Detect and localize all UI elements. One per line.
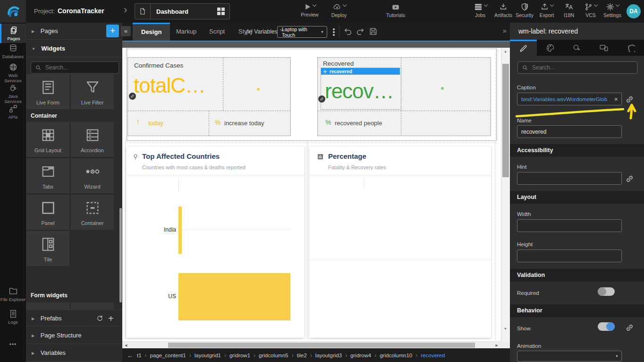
chevron-down-icon[interactable] <box>616 3 619 7</box>
tab-styles[interactable] <box>537 40 564 56</box>
today-label[interactable]: today <box>148 120 163 127</box>
layout-section-header[interactable]: Layout <box>510 191 644 204</box>
top-affected-countries-panel[interactable]: Top Affected Countries Countries with mo… <box>126 147 305 338</box>
prefabs-section-row[interactable]: ▶ Prefabs + <box>26 310 122 327</box>
widget-container[interactable]: Container <box>71 195 114 230</box>
breadcrumb-item[interactable]: gridrow4 <box>350 353 371 358</box>
widgets-section-row[interactable]: ▼ Widgets <box>26 40 122 57</box>
triangle-collapsed-icon[interactable]: ▶ <box>32 351 34 355</box>
user-avatar[interactable]: DA <box>627 4 641 18</box>
triangle-expanded-icon[interactable]: ▼ <box>32 47 35 51</box>
horizontal-scroll-thumb[interactable] <box>168 343 475 348</box>
name-input[interactable] <box>517 129 621 135</box>
triangle-collapsed-icon[interactable]: ▶ <box>32 317 34 321</box>
widget-tabs[interactable]: Tabs <box>26 158 69 193</box>
redo-icon[interactable] <box>356 27 365 36</box>
recovered-title[interactable]: Recovered <box>323 60 354 67</box>
animation-select[interactable]: ▼ <box>517 351 622 362</box>
hint-input[interactable] <box>517 175 621 182</box>
width-input[interactable] <box>517 223 621 229</box>
add-page-button[interactable]: + <box>106 25 119 37</box>
widget-tile-partial[interactable] <box>26 302 69 310</box>
bind-link-badge[interactable] <box>129 93 136 100</box>
triangle-collapsed-icon[interactable]: ▶ <box>32 334 34 338</box>
tab-markup[interactable]: Markup <box>168 23 205 41</box>
save-icon[interactable] <box>369 27 378 36</box>
widget-live-filter[interactable]: Live Filter <box>71 74 114 109</box>
recovered-value-label[interactable]: recov… <box>325 79 394 103</box>
vertical-scroll-thumb[interactable] <box>502 64 509 177</box>
scroll-right-arrow[interactable]: ▶ <box>496 343 498 348</box>
selected-widget-tag[interactable]: recovered <box>321 68 400 75</box>
hint-bind-link-icon[interactable] <box>625 174 634 183</box>
scroll-up-arrow[interactable]: ▲ <box>504 49 507 54</box>
confirmed-cases-card[interactable]: Confirmed Cases totalC… ↑ today % increa… <box>127 57 291 136</box>
bind-link-badge[interactable] <box>318 95 325 103</box>
design-canvas[interactable]: Confirmed Cases totalC… ↑ today % increa… <box>122 42 510 348</box>
breadcrumb-item-current[interactable]: recovered <box>421 353 445 358</box>
widget-tile-partial[interactable] <box>71 302 114 310</box>
rail-item-java-services[interactable]: Java Services <box>0 83 26 104</box>
deploy-button[interactable]: Deploy <box>327 2 351 18</box>
project-chevron-icon[interactable]: › <box>124 4 127 16</box>
artifacts-button[interactable]: Artifacts <box>491 2 516 18</box>
tab-script[interactable]: Script <box>201 23 233 41</box>
i18n-button[interactable]: I18N <box>559 2 579 18</box>
behavior-section-header[interactable]: Behavior <box>510 304 644 317</box>
tab-events[interactable] <box>564 40 591 56</box>
canvas-vertical-scrollbar[interactable]: ▲ ▼ <box>501 48 510 341</box>
show-bind-link-icon[interactable] <box>625 323 634 332</box>
security-button[interactable]: Security <box>513 2 536 18</box>
rail-item-web-services[interactable]: Web Services <box>0 62 26 83</box>
rail-item-pages[interactable]: Pages <box>0 24 26 43</box>
tab-devices[interactable] <box>590 40 617 56</box>
preview-button[interactable]: Preview <box>297 2 322 17</box>
rail-item-file-explorer[interactable]: File Explorer <box>0 286 26 302</box>
show-toggle[interactable] <box>598 322 615 331</box>
palette-scrollbar-thumb[interactable] <box>119 208 122 302</box>
caption-input[interactable] <box>517 96 611 102</box>
rail-item-databases[interactable]: Databases <box>0 43 26 59</box>
vcs-button[interactable]: VCS <box>582 2 600 18</box>
move-icon[interactable] <box>323 69 327 74</box>
page-tab-dashboard[interactable]: Dashboard <box>135 3 230 19</box>
triangle-collapsed-icon[interactable]: ▶ <box>32 29 34 34</box>
rail-item-apis[interactable]: APIs <box>0 104 26 120</box>
height-input[interactable] <box>517 253 621 259</box>
collapse-palette-button[interactable]: « <box>121 26 131 36</box>
percentage-panel[interactable]: Percentage Fatality & Recovery rates <box>309 147 491 338</box>
refresh-icon[interactable] <box>96 314 104 322</box>
widget-live-form[interactable]: Live Form <box>26 74 69 109</box>
caption-bind-link-icon[interactable] <box>625 95 634 104</box>
toolbar-kebab-menu[interactable] <box>333 27 335 37</box>
clear-caption-icon[interactable]: × <box>611 95 621 103</box>
chevron-down-icon[interactable] <box>594 3 598 7</box>
required-toggle[interactable] <box>598 287 615 296</box>
breadcrumb-back-icon[interactable]: ← <box>127 352 134 359</box>
tutorials-button[interactable]: Tutorials <box>383 2 408 18</box>
total-cases-value-label[interactable]: totalC… <box>134 74 205 97</box>
recovered-people-label[interactable]: recovered people <box>335 120 382 127</box>
settings-button[interactable]: Settings <box>602 2 623 18</box>
canvas-horizontal-scrollbar[interactable]: ◀ ▶ <box>122 341 501 348</box>
chevron-down-icon[interactable] <box>550 3 554 7</box>
confirmed-cases-title[interactable]: Confirmed Cases <box>134 62 183 69</box>
increase-today-label[interactable]: increase today <box>224 120 264 127</box>
jobs-button[interactable]: Jobs <box>470 2 490 18</box>
breadcrumb-item[interactable]: tile2 <box>297 353 307 358</box>
accessibility-section-header[interactable]: Accessibility <box>510 144 644 157</box>
export-button[interactable]: Export <box>536 2 557 18</box>
widget-accordion[interactable]: Accordion <box>71 122 114 157</box>
chevron-down-icon[interactable] <box>342 3 346 7</box>
widget-panel[interactable]: Panel <box>26 195 69 230</box>
widget-grid-layout[interactable]: Grid Layout <box>26 122 69 157</box>
variables-section-row[interactable]: ▶ Variables <box>26 345 122 362</box>
recovered-card[interactable]: Recovered recovered recov… % recovered p… <box>317 57 491 136</box>
widget-wizard[interactable]: Wizard <box>71 158 114 193</box>
widget-tile[interactable]: Tile <box>26 231 69 266</box>
collapse-inspector-button[interactable]: » <box>503 27 507 34</box>
property-search-input[interactable] <box>531 64 637 71</box>
app-logo[interactable] <box>0 0 26 23</box>
rail-item-logs[interactable]: Logs <box>0 309 26 325</box>
breadcrumb-item[interactable]: gridcolumn10 <box>380 353 412 358</box>
